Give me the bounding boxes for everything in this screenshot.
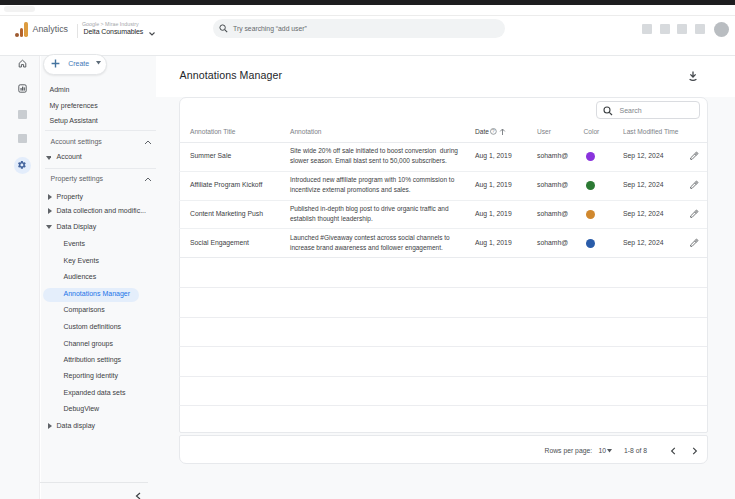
svg-text:?: ? xyxy=(492,130,495,135)
